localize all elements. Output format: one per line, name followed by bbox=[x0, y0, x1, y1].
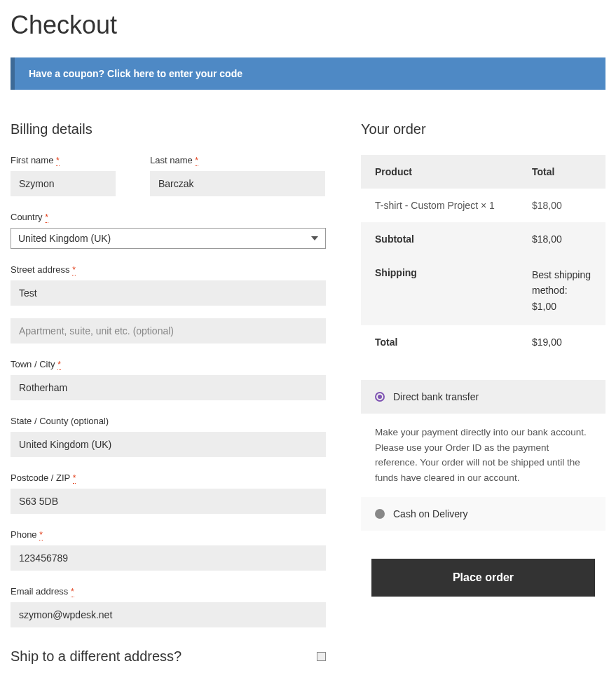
item-name: T-shirt - Custom Project × 1 bbox=[375, 200, 532, 211]
first-name-input[interactable] bbox=[11, 171, 116, 196]
email-label: Email address * bbox=[11, 586, 326, 597]
country-label: Country * bbox=[11, 212, 326, 222]
city-label: Town / City * bbox=[11, 359, 326, 369]
radio-icon bbox=[375, 392, 385, 402]
city-input[interactable] bbox=[11, 375, 326, 400]
payment-bank-desc: Make your payment directly into our bank… bbox=[361, 414, 605, 496]
page-title: Checkout bbox=[11, 11, 605, 40]
payment-option-bank[interactable]: Direct bank transfer bbox=[361, 380, 605, 414]
payment-methods: Direct bank transfer Make your payment d… bbox=[361, 380, 605, 530]
phone-label: Phone * bbox=[11, 529, 326, 540]
ship-different-heading: Ship to a different address? bbox=[11, 648, 182, 665]
state-label: State / County (optional) bbox=[11, 416, 326, 426]
subtotal-label: Subtotal bbox=[375, 233, 532, 245]
radio-icon bbox=[375, 509, 385, 519]
ship-different-checkbox[interactable] bbox=[317, 652, 326, 661]
required-mark: * bbox=[73, 473, 76, 484]
street-label: Street address * bbox=[11, 264, 326, 275]
place-order-button[interactable]: Place order bbox=[371, 559, 595, 597]
col-product: Product bbox=[375, 166, 532, 177]
coupon-link-text: Click here to enter your code bbox=[107, 68, 242, 79]
shipping-label: Shipping bbox=[375, 267, 532, 314]
street-input[interactable] bbox=[11, 280, 326, 306]
total-label: Total bbox=[375, 336, 532, 348]
required-mark: * bbox=[195, 156, 198, 166]
postcode-label: Postcode / ZIP * bbox=[11, 472, 326, 483]
col-total: Total bbox=[532, 166, 591, 177]
required-mark: * bbox=[71, 587, 74, 597]
total-value: $19,00 bbox=[532, 336, 591, 348]
order-table: Product Total T-shirt - Custom Project ×… bbox=[361, 155, 605, 359]
email-input[interactable] bbox=[11, 602, 326, 627]
postcode-input[interactable] bbox=[11, 489, 326, 514]
street2-input[interactable] bbox=[11, 318, 326, 344]
state-input[interactable] bbox=[11, 432, 326, 457]
payment-cod-label: Cash on Delivery bbox=[393, 508, 468, 519]
shipping-value: Best shipping method: $1,00 bbox=[532, 267, 591, 314]
required-mark: * bbox=[72, 265, 76, 276]
country-select[interactable]: United Kingdom (UK) bbox=[11, 228, 326, 249]
subtotal-value: $18,00 bbox=[532, 233, 591, 245]
country-value: United Kingdom (UK) bbox=[18, 233, 111, 244]
last-name-label: Last name * bbox=[150, 155, 325, 165]
item-total: $18,00 bbox=[532, 200, 591, 211]
order-heading: Your order bbox=[361, 121, 605, 137]
billing-heading: Billing details bbox=[11, 121, 326, 137]
coupon-banner[interactable]: Have a coupon? Click here to enter your … bbox=[11, 57, 605, 90]
payment-bank-label: Direct bank transfer bbox=[393, 391, 479, 402]
required-mark: * bbox=[57, 360, 61, 370]
required-mark: * bbox=[56, 156, 60, 166]
phone-input[interactable] bbox=[11, 545, 326, 571]
payment-option-cod[interactable]: Cash on Delivery bbox=[361, 497, 605, 531]
first-name-label: First name * bbox=[11, 155, 116, 165]
last-name-input[interactable] bbox=[150, 171, 325, 196]
coupon-question: Have a coupon? bbox=[29, 68, 104, 79]
required-mark: * bbox=[39, 530, 43, 540]
required-mark: * bbox=[45, 212, 48, 223]
